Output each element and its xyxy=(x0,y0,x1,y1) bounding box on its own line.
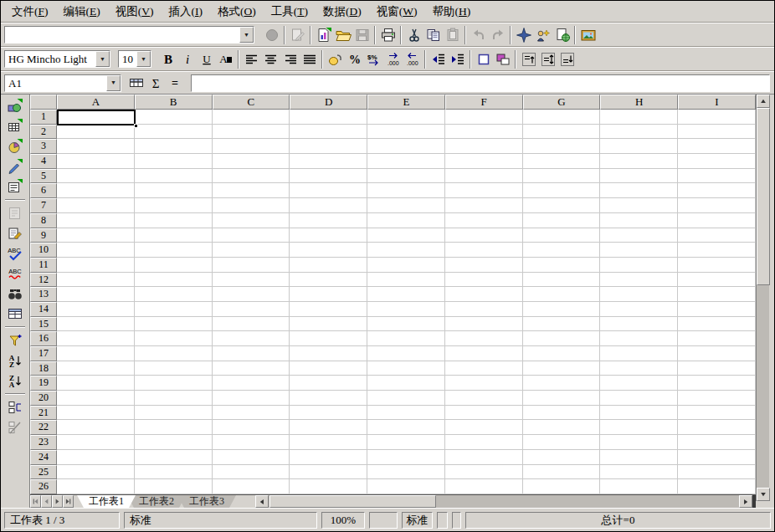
url-dropdown-button[interactable]: ▼ xyxy=(239,27,254,43)
row-header-12[interactable]: 12 xyxy=(30,273,57,288)
row-header-13[interactable]: 13 xyxy=(30,287,57,302)
sheet-tab-3[interactable]: 工作表3 xyxy=(177,495,236,508)
equals-button[interactable]: = xyxy=(165,74,184,92)
align-top-button[interactable] xyxy=(519,50,538,69)
open-button[interactable] xyxy=(333,26,352,44)
vertical-scroll-thumb[interactable] xyxy=(757,108,770,285)
column-header-b[interactable]: B xyxy=(135,95,213,110)
menu-item-o[interactable]: 格式(O) xyxy=(210,3,264,21)
font-name-combobox[interactable]: HG Mincho Light ▼ xyxy=(4,50,110,68)
scroll-up-button[interactable] xyxy=(757,95,770,108)
cell-reference-box[interactable]: A1 ▼ xyxy=(4,74,121,92)
menu-item-t[interactable]: 工具(T) xyxy=(264,3,316,21)
sort-ascending-button[interactable]: AZ xyxy=(4,350,26,371)
menu-item-e[interactable]: 编辑(E) xyxy=(56,3,108,21)
scroll-right-button[interactable] xyxy=(739,495,752,508)
delete-decimal-button[interactable]: .000 xyxy=(403,50,422,69)
sort-descending-button[interactable]: ZA xyxy=(4,371,26,391)
row-header-26[interactable]: 26 xyxy=(30,479,57,494)
fill-handle[interactable] xyxy=(134,124,138,128)
row-header-3[interactable]: 3 xyxy=(30,139,57,154)
scroll-left-button[interactable] xyxy=(255,495,269,508)
horizontal-scrollbar[interactable] xyxy=(255,495,752,508)
font-size-dropdown-button[interactable]: ▼ xyxy=(136,51,151,67)
column-header-i[interactable]: I xyxy=(678,95,756,110)
column-header-g[interactable]: G xyxy=(523,95,601,110)
menu-item-h[interactable]: 帮助(H) xyxy=(425,3,479,21)
menu-item-w[interactable]: 视窗(W) xyxy=(369,3,425,21)
font-size-combobox[interactable]: 10 ▼ xyxy=(118,50,151,68)
select-all-corner[interactable] xyxy=(30,95,57,110)
row-header-16[interactable]: 16 xyxy=(30,331,57,346)
row-header-15[interactable]: 15 xyxy=(30,317,57,332)
status-insert-mode[interactable]: 标准 xyxy=(402,512,433,529)
status-sheet-position[interactable]: 工作表 1 / 3 xyxy=(4,512,120,529)
sheet-tab-1[interactable]: 工作表1 xyxy=(77,495,136,508)
row-header-17[interactable]: 17 xyxy=(30,346,57,361)
spellcheck-button[interactable]: ABC xyxy=(4,243,26,263)
italic-button[interactable]: i xyxy=(177,50,197,69)
cell-cursor[interactable] xyxy=(57,110,136,125)
row-header-5[interactable]: 5 xyxy=(30,169,57,184)
borders-button[interactable] xyxy=(474,50,493,69)
next-sheet-button[interactable] xyxy=(52,495,63,508)
column-header-c[interactable]: C xyxy=(213,95,290,110)
gallery-button[interactable] xyxy=(578,26,598,44)
standard-format-button[interactable]: $% xyxy=(364,50,383,69)
row-header-10[interactable]: 10 xyxy=(30,243,57,258)
row-header-11[interactable]: 11 xyxy=(30,258,57,273)
form-controls-button[interactable] xyxy=(4,176,26,197)
print-button[interactable] xyxy=(378,26,398,44)
window-split-handle[interactable] xyxy=(752,495,756,508)
row-header-8[interactable]: 8 xyxy=(30,213,57,228)
cut-button[interactable] xyxy=(404,26,423,44)
auto-spellcheck-button[interactable]: ABC xyxy=(4,263,26,284)
find-replace-button[interactable] xyxy=(4,284,26,304)
horizontal-scroll-thumb[interactable] xyxy=(269,495,436,508)
new-document-button[interactable] xyxy=(314,26,333,44)
percent-format-button[interactable]: % xyxy=(345,50,364,69)
menu-item-f[interactable]: 文件(F) xyxy=(4,3,56,21)
column-header-d[interactable]: D xyxy=(290,95,367,110)
column-header-e[interactable]: E xyxy=(367,95,445,110)
insert-object-button[interactable] xyxy=(4,136,26,156)
row-header-6[interactable]: 6 xyxy=(30,183,57,198)
row-header-2[interactable]: 2 xyxy=(30,125,57,140)
insert-button[interactable] xyxy=(4,96,26,116)
autopilot-button[interactable] xyxy=(533,26,552,44)
status-selection-sum[interactable]: 总计=0 xyxy=(465,512,771,529)
align-middle-button[interactable] xyxy=(538,50,557,69)
underline-button[interactable]: U xyxy=(197,50,216,69)
row-header-7[interactable]: 7 xyxy=(30,198,57,213)
column-header-h[interactable]: H xyxy=(600,95,678,110)
align-justify-button[interactable] xyxy=(300,50,319,69)
vertical-scrollbar[interactable] xyxy=(756,95,769,501)
decrease-indent-button[interactable] xyxy=(429,50,448,69)
align-center-button[interactable] xyxy=(261,50,280,69)
spreadsheet-cells[interactable] xyxy=(57,110,756,494)
currency-format-button[interactable] xyxy=(326,50,345,69)
increase-indent-button[interactable] xyxy=(448,50,467,69)
column-header-a[interactable]: A xyxy=(57,95,135,110)
row-header-25[interactable]: 25 xyxy=(30,465,57,480)
cell-reference-dropdown-button[interactable]: ▼ xyxy=(106,75,121,91)
align-bottom-button[interactable] xyxy=(557,50,577,69)
add-decimal-button[interactable]: .000 xyxy=(383,50,403,69)
navigator-button[interactable] xyxy=(514,26,533,44)
insert-cells-button[interactable] xyxy=(4,116,26,136)
previous-sheet-button[interactable] xyxy=(41,495,52,508)
row-header-22[interactable]: 22 xyxy=(30,420,57,435)
bold-button[interactable]: B xyxy=(158,50,177,69)
align-left-button[interactable] xyxy=(242,50,261,69)
data-sources-button[interactable] xyxy=(4,304,26,324)
row-header-19[interactable]: 19 xyxy=(30,376,57,391)
row-header-14[interactable]: 14 xyxy=(30,302,57,317)
menu-item-v[interactable]: 视图(V) xyxy=(108,3,162,21)
url-input[interactable] xyxy=(5,27,239,43)
row-header-1[interactable]: 1 xyxy=(30,110,57,125)
first-sheet-button[interactable] xyxy=(30,495,41,508)
row-header-24[interactable]: 24 xyxy=(30,450,57,465)
row-header-18[interactable]: 18 xyxy=(30,361,57,376)
formula-input-line[interactable] xyxy=(191,74,770,92)
scroll-down-button[interactable] xyxy=(757,488,770,501)
